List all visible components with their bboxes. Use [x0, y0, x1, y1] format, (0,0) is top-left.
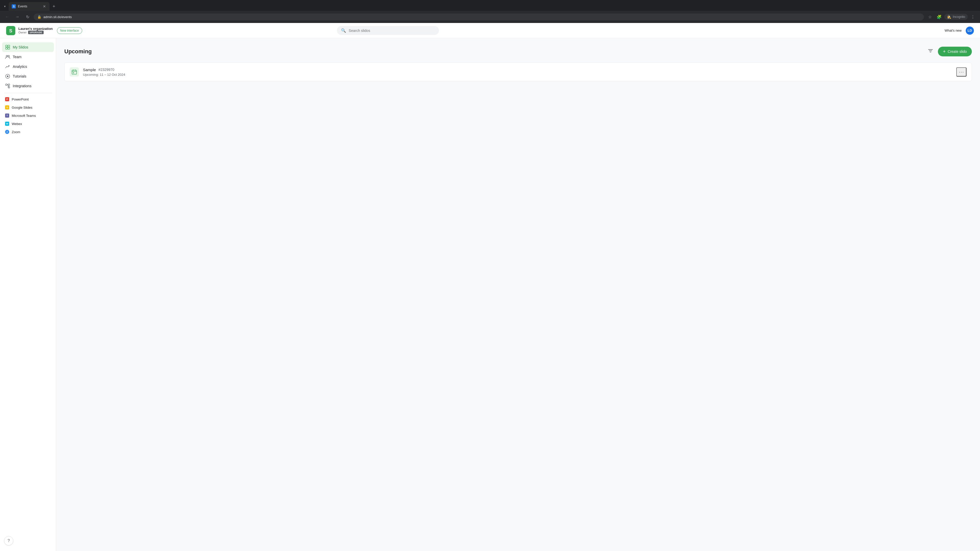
- svg-point-6: [6, 56, 8, 57]
- svg-rect-5: [8, 48, 10, 49]
- sidebar-item-powerpoint[interactable]: P PowerPoint: [2, 95, 54, 103]
- app-header: S Lauren's organization Owner UPGRADE Ne…: [0, 23, 980, 38]
- org-role: Owner: [18, 31, 27, 34]
- webex-icon: W: [5, 122, 9, 126]
- team-icon: [5, 54, 10, 59]
- sidebar: My Slidos Team: [0, 38, 56, 551]
- filter-button[interactable]: [926, 46, 935, 56]
- svg-rect-3: [8, 45, 10, 47]
- extensions-button[interactable]: 🧩: [935, 13, 943, 21]
- forward-button[interactable]: →: [13, 13, 21, 21]
- upgrade-badge[interactable]: UPGRADE: [28, 30, 44, 34]
- search-input[interactable]: [348, 29, 435, 33]
- integrations-icon: [5, 83, 10, 89]
- event-card: Sample #2329970 Upcoming: 11 – 12 Oct 20…: [64, 62, 972, 81]
- svg-rect-16: [72, 70, 76, 74]
- event-calendar-icon: [70, 67, 79, 76]
- sidebar-item-zoom[interactable]: Z Zoom: [2, 128, 54, 136]
- search-icon: 🔍: [341, 28, 346, 33]
- app-container: S Lauren's organization Owner UPGRADE Ne…: [0, 23, 980, 551]
- event-title-row: Sample #2329970: [83, 68, 952, 72]
- zoom-label: Zoom: [12, 130, 20, 134]
- page-title: Upcoming: [64, 48, 92, 55]
- tab-dropdown[interactable]: ▾: [2, 3, 8, 9]
- tutorials-icon: [5, 74, 10, 79]
- address-bar[interactable]: 🔒 admin.sli.do/events: [34, 14, 924, 21]
- sidebar-item-label-team: Team: [13, 55, 21, 59]
- content-header: Upcoming + Create slido: [64, 46, 972, 56]
- powerpoint-label: PowerPoint: [12, 97, 29, 101]
- slido-logo: S: [6, 26, 15, 35]
- logo-area: S Lauren's organization Owner UPGRADE: [6, 26, 53, 35]
- sidebar-item-google-slides[interactable]: G Google Slides: [2, 103, 54, 111]
- event-name: Sample: [83, 68, 96, 72]
- new-tab-button[interactable]: +: [51, 3, 57, 10]
- event-info: Sample #2329970 Upcoming: 11 – 12 Oct 20…: [83, 68, 952, 76]
- microsoft-teams-label: Microsoft Teams: [12, 114, 36, 118]
- help-button[interactable]: ?: [4, 536, 13, 545]
- event-date: Upcoming: 11 – 12 Oct 2024: [83, 73, 952, 76]
- analytics-icon: [5, 64, 10, 69]
- whats-new-button[interactable]: What's new: [945, 29, 962, 32]
- sidebar-item-analytics[interactable]: Analytics: [2, 62, 54, 71]
- org-name: Lauren's organization: [18, 27, 53, 30]
- toolbar-actions: ☆ 🧩 🕵 Incognito ⋮: [926, 13, 977, 21]
- back-button[interactable]: ←: [3, 13, 11, 21]
- sidebar-item-microsoft-teams[interactable]: T Microsoft Teams: [2, 111, 54, 120]
- search-bar[interactable]: 🔍: [337, 26, 439, 35]
- browser-chrome: ▾ S Events ✕ + ← → ↻ 🔒 admin.sli.do/even…: [0, 0, 980, 23]
- events-list: Sample #2329970 Upcoming: 11 – 12 Oct 20…: [64, 62, 972, 81]
- svg-rect-4: [6, 48, 7, 49]
- new-interface-button[interactable]: New interface: [57, 27, 82, 34]
- sidebar-item-webex[interactable]: W Webex: [2, 120, 54, 128]
- sidebar-footer: ?: [0, 532, 56, 549]
- content-area: Upcoming + Create slido: [56, 38, 980, 551]
- reload-button[interactable]: ↻: [24, 13, 32, 21]
- powerpoint-icon: P: [5, 97, 9, 101]
- sidebar-divider: [4, 93, 52, 93]
- avatar[interactable]: LD: [966, 27, 974, 35]
- bookmark-button[interactable]: ☆: [926, 13, 934, 21]
- active-tab[interactable]: S Events ✕: [9, 2, 49, 11]
- sidebar-item-label-analytics: Analytics: [13, 65, 27, 68]
- sidebar-nav-section: My Slidos Team: [0, 42, 56, 91]
- svg-rect-17: [73, 73, 74, 73]
- sidebar-item-team[interactable]: Team: [2, 52, 54, 62]
- microsoft-teams-icon: T: [5, 114, 9, 118]
- address-lock-icon: 🔒: [37, 15, 41, 19]
- create-plus-icon: +: [943, 49, 946, 54]
- webex-label: Webex: [12, 122, 22, 126]
- tab-close-button[interactable]: ✕: [42, 4, 46, 9]
- header-search: 🔍: [337, 26, 439, 35]
- header-right: What's new LD: [945, 27, 974, 35]
- sidebar-item-my-slidos[interactable]: My Slidos: [2, 42, 54, 52]
- event-menu-button[interactable]: ⋯: [956, 67, 966, 76]
- incognito-badge[interactable]: 🕵 Incognito: [944, 14, 968, 20]
- tab-favicon: S: [12, 4, 16, 8]
- address-text: admin.sli.do/events: [43, 15, 920, 19]
- menu-button[interactable]: ⋮: [969, 13, 977, 21]
- create-slido-button[interactable]: + Create slido: [938, 47, 972, 56]
- tab-bar: ▾ S Events ✕ +: [0, 0, 980, 11]
- my-slidos-icon: [5, 44, 10, 50]
- sidebar-item-label-my-slidos: My Slidos: [13, 45, 28, 49]
- org-info: Lauren's organization Owner UPGRADE: [18, 27, 53, 34]
- sidebar-item-integrations[interactable]: Integrations: [2, 81, 54, 91]
- svg-point-9: [7, 76, 8, 77]
- svg-rect-2: [6, 45, 7, 47]
- main-layout: My Slidos Team: [0, 38, 980, 551]
- create-slido-label: Create slido: [948, 49, 967, 54]
- org-role-row: Owner UPGRADE: [18, 30, 53, 34]
- sidebar-item-tutorials[interactable]: Tutorials: [2, 71, 54, 81]
- google-slides-label: Google Slides: [12, 106, 32, 110]
- event-id: #2329970: [99, 68, 115, 72]
- svg-point-7: [8, 56, 10, 57]
- sidebar-item-label-integrations: Integrations: [13, 84, 32, 88]
- svg-rect-11: [8, 84, 10, 86]
- google-slides-icon: G: [5, 105, 9, 110]
- svg-rect-10: [6, 84, 7, 86]
- sidebar-item-label-tutorials: Tutorials: [13, 74, 26, 78]
- tab-title: Events: [18, 5, 40, 8]
- incognito-icon: 🕵: [947, 15, 951, 19]
- sidebar-integrations-section: P PowerPoint G Google Slides T Microsoft…: [0, 95, 56, 136]
